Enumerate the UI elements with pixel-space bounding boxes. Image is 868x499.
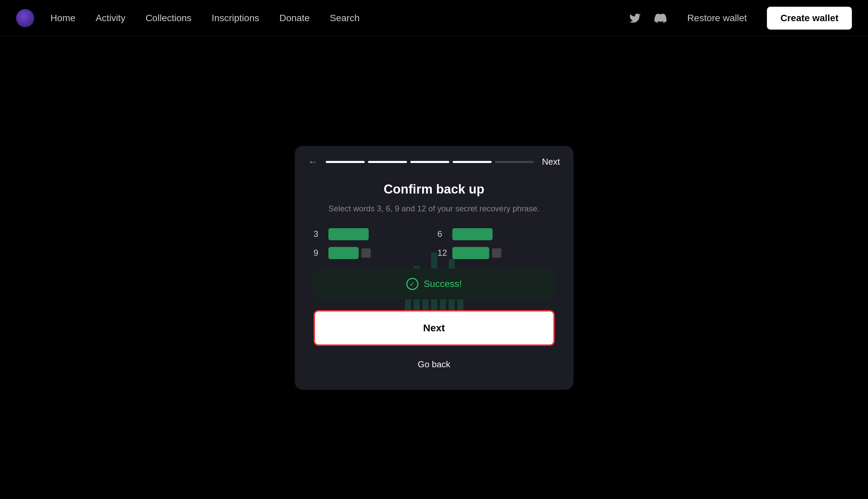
nav-activity[interactable]: Activity xyxy=(96,13,126,23)
nav-search[interactable]: Search xyxy=(330,13,360,23)
nav-collections[interactable]: Collections xyxy=(146,13,191,23)
progress-bar-4 xyxy=(453,161,492,163)
word-filled-3 xyxy=(328,228,369,240)
word-option-9 xyxy=(361,248,371,258)
word-row-9: 9 xyxy=(314,247,431,259)
word-number-6: 6 xyxy=(438,229,448,239)
nav-links: Home Activity Collections Inscriptions D… xyxy=(50,13,628,24)
word-option-12 xyxy=(492,248,501,258)
back-arrow-icon[interactable]: ← xyxy=(308,157,318,167)
progress-bars xyxy=(326,161,534,163)
main-content: ← Next xyxy=(0,36,868,499)
next-button[interactable]: Next xyxy=(314,310,555,346)
twitter-icon[interactable] xyxy=(628,11,642,25)
nav-home[interactable]: Home xyxy=(50,13,76,23)
confirm-backup-card: ← Next xyxy=(295,146,574,390)
word-filled-9 xyxy=(328,247,358,259)
nav-donate[interactable]: Donate xyxy=(279,13,310,23)
word-number-12: 12 xyxy=(438,248,448,258)
word-slot-3[interactable] xyxy=(328,228,431,240)
success-area: ✓ Success! xyxy=(314,268,555,300)
progress-bar-3 xyxy=(410,161,449,163)
progress-bar-1 xyxy=(326,161,365,163)
card-body: BLACKBEATS Confirm back up Select words … xyxy=(295,175,574,390)
word-grid: 3 6 9 xyxy=(314,228,555,259)
word-number-9: 9 xyxy=(314,248,324,258)
success-checkmark-icon: ✓ xyxy=(406,278,418,290)
card-subtitle: Select words 3, 6, 9 and 12 of your secr… xyxy=(314,203,555,215)
word-slot-9[interactable] xyxy=(328,247,431,259)
progress-section: ← Next xyxy=(295,146,574,175)
word-slot-12[interactable] xyxy=(452,247,555,259)
navbar: Home Activity Collections Inscriptions D… xyxy=(0,0,868,36)
progress-bar-5 xyxy=(495,161,534,163)
card-title: Confirm back up xyxy=(314,182,555,197)
word-row-3: 3 xyxy=(314,228,431,240)
word-row-6: 6 xyxy=(438,228,555,240)
progress-bar-2 xyxy=(368,161,407,163)
word-slot-6[interactable] xyxy=(452,228,555,240)
nav-right: Restore wallet Create wallet xyxy=(628,7,852,29)
word-filled-6 xyxy=(452,228,493,240)
logo-icon[interactable] xyxy=(16,9,34,27)
discord-icon[interactable] xyxy=(654,11,667,25)
word-row-12: 12 xyxy=(438,247,555,259)
word-filled-12 xyxy=(452,247,489,259)
go-back-button[interactable]: Go back xyxy=(314,353,555,376)
create-wallet-button[interactable]: Create wallet xyxy=(767,7,852,29)
restore-wallet-button[interactable]: Restore wallet xyxy=(679,8,755,29)
word-number-3: 3 xyxy=(314,229,324,239)
progress-next-label[interactable]: Next xyxy=(542,157,560,167)
nav-inscriptions[interactable]: Inscriptions xyxy=(212,13,259,23)
success-text: Success! xyxy=(424,279,462,289)
